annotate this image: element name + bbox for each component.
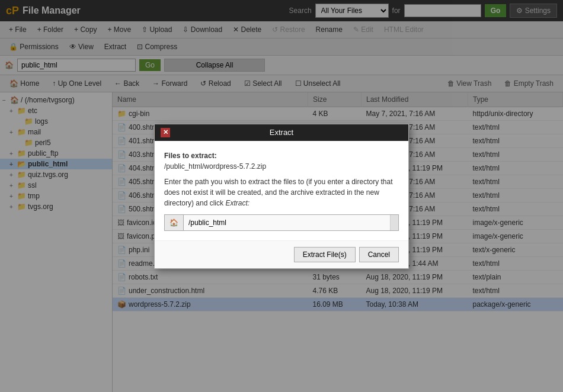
dialog-path-input[interactable]: [184, 215, 390, 230]
dialog-overlay: ✕ Extract Files to extract: /public_html…: [0, 0, 563, 392]
cancel-button[interactable]: Cancel: [359, 247, 399, 262]
extract-dialog: ✕ Extract Files to extract: /public_html…: [154, 124, 409, 269]
dialog-file-path: /public_html/wordpress-5.7.2.zip: [164, 162, 266, 171]
extract-files-button[interactable]: Extract File(s): [294, 247, 356, 262]
dialog-title-bar: ✕ Extract: [155, 124, 408, 141]
dialog-files-label: Files to extract: /public_html/wordpress…: [164, 150, 399, 172]
dialog-body: Files to extract: /public_html/wordpress…: [155, 141, 408, 240]
dialog-home-icon: 🏠: [165, 215, 184, 230]
dialog-close-button[interactable]: ✕: [161, 128, 170, 137]
dialog-scroll-handle: [390, 215, 398, 230]
dialog-title: Extract: [270, 128, 293, 137]
dialog-footer: Extract File(s) Cancel: [155, 240, 408, 268]
dialog-path-row: 🏠: [164, 214, 399, 231]
dialog-instruction: Enter the path you wish to extract the f…: [164, 176, 399, 208]
